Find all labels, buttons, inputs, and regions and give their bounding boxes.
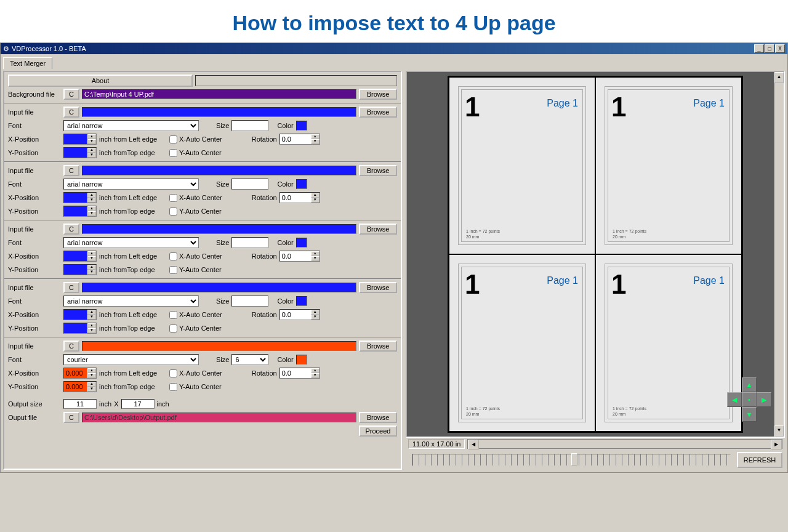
- preview-hscroll[interactable]: [467, 439, 782, 449]
- input-browse-button-1[interactable]: Browse: [359, 165, 397, 176]
- size-select-3[interactable]: [231, 296, 268, 307]
- output-file-input[interactable]: [82, 413, 356, 422]
- font-select-1[interactable]: arial narrow: [63, 179, 199, 190]
- input-clear-button-4[interactable]: C: [63, 341, 79, 352]
- output-browse-button[interactable]: Browse: [359, 412, 397, 423]
- ypos-input-1[interactable]: [64, 206, 87, 216]
- x-auto-checkbox-4[interactable]: X-Auto Center: [169, 369, 222, 377]
- xpos-input-2[interactable]: [64, 251, 87, 261]
- rot-up-1[interactable]: ▲: [311, 193, 320, 198]
- ypos-up-3[interactable]: ▲: [87, 323, 96, 328]
- zoom-slider[interactable]: [412, 454, 731, 466]
- input-file-input-1[interactable]: [82, 166, 356, 175]
- rot-up-4[interactable]: ▲: [311, 368, 320, 373]
- nav-up-button[interactable]: ▲: [742, 377, 757, 392]
- refresh-button[interactable]: REFRESH: [737, 452, 782, 468]
- input-clear-button-0[interactable]: C: [63, 107, 79, 118]
- font-select-0[interactable]: arial narrow: [63, 120, 199, 131]
- rotation-input-4[interactable]: [280, 368, 311, 378]
- xpos-up-1[interactable]: ▲: [87, 193, 96, 198]
- background-browse-button[interactable]: Browse: [359, 89, 397, 100]
- output-clear-button[interactable]: C: [63, 412, 79, 423]
- xpos-down-2[interactable]: ▼: [87, 256, 96, 261]
- xpos-down-3[interactable]: ▼: [87, 315, 96, 320]
- color-swatch-0[interactable]: [296, 121, 307, 131]
- color-swatch-2[interactable]: [296, 238, 307, 248]
- rotation-input-0[interactable]: [280, 134, 311, 144]
- minimize-button[interactable]: _: [754, 44, 764, 53]
- ypos-input-0[interactable]: [64, 148, 87, 158]
- xpos-input-1[interactable]: [64, 193, 87, 203]
- size-select-0[interactable]: [231, 120, 268, 131]
- background-file-input[interactable]: [82, 89, 356, 99]
- ypos-input-3[interactable]: [64, 323, 87, 333]
- close-button[interactable]: X: [775, 44, 785, 53]
- xpos-input-0[interactable]: [64, 134, 87, 144]
- tab-text-merger[interactable]: Text Merger: [3, 57, 52, 69]
- input-clear-button-3[interactable]: C: [63, 282, 79, 293]
- rotation-input-2[interactable]: [280, 251, 311, 261]
- y-auto-checkbox-4[interactable]: Y-Auto Center: [169, 383, 222, 391]
- input-browse-button-2[interactable]: Browse: [359, 224, 397, 235]
- rot-down-2[interactable]: ▼: [311, 256, 320, 261]
- rot-down-1[interactable]: ▼: [311, 198, 320, 203]
- xpos-up-3[interactable]: ▲: [87, 310, 96, 315]
- rotation-input-3[interactable]: [280, 310, 311, 320]
- ypos-up-0[interactable]: ▲: [87, 148, 96, 153]
- rot-up-3[interactable]: ▲: [311, 310, 320, 315]
- x-auto-checkbox-2[interactable]: X-Auto Center: [169, 252, 222, 260]
- rot-down-4[interactable]: ▼: [311, 373, 320, 378]
- size-select-4[interactable]: 6: [231, 354, 268, 365]
- input-clear-button-1[interactable]: C: [63, 165, 79, 176]
- input-file-input-3[interactable]: [82, 283, 356, 292]
- input-browse-button-0[interactable]: Browse: [359, 107, 397, 118]
- output-width-input[interactable]: [63, 399, 97, 409]
- input-browse-button-3[interactable]: Browse: [359, 282, 397, 293]
- x-auto-checkbox-0[interactable]: X-Auto Center: [169, 135, 222, 143]
- ypos-down-3[interactable]: ▼: [87, 328, 96, 333]
- size-select-1[interactable]: [231, 179, 268, 190]
- ypos-input-2[interactable]: [64, 265, 87, 275]
- output-height-input[interactable]: [121, 399, 155, 409]
- font-select-2[interactable]: arial narrow: [63, 237, 199, 248]
- xpos-down-0[interactable]: ▼: [87, 139, 96, 144]
- input-clear-button-2[interactable]: C: [63, 224, 79, 235]
- xpos-input-4[interactable]: [64, 368, 87, 378]
- xpos-up-2[interactable]: ▲: [87, 251, 96, 256]
- preview-vscroll[interactable]: [774, 72, 784, 437]
- ypos-down-0[interactable]: ▼: [87, 153, 96, 158]
- ypos-up-2[interactable]: ▲: [87, 265, 96, 270]
- rot-up-0[interactable]: ▲: [311, 134, 320, 139]
- xpos-down-1[interactable]: ▼: [87, 198, 96, 203]
- proceed-button[interactable]: Proceed: [359, 425, 397, 437]
- y-auto-checkbox-1[interactable]: Y-Auto Center: [169, 208, 222, 216]
- ypos-up-1[interactable]: ▲: [87, 206, 96, 211]
- xpos-up-4[interactable]: ▲: [87, 368, 96, 373]
- input-file-input-2[interactable]: [82, 224, 356, 234]
- nav-left-button[interactable]: ◀: [727, 392, 742, 407]
- color-swatch-1[interactable]: [296, 179, 307, 189]
- font-select-3[interactable]: arial narrow: [63, 296, 199, 307]
- ypos-down-1[interactable]: ▼: [87, 211, 96, 216]
- background-clear-button[interactable]: C: [63, 89, 79, 100]
- ypos-up-4[interactable]: ▲: [87, 382, 96, 387]
- input-browse-button-4[interactable]: Browse: [359, 341, 397, 352]
- xpos-input-3[interactable]: [64, 310, 87, 320]
- x-auto-checkbox-3[interactable]: X-Auto Center: [169, 311, 222, 319]
- rotation-input-1[interactable]: [280, 193, 311, 203]
- y-auto-checkbox-0[interactable]: Y-Auto Center: [169, 149, 222, 157]
- y-auto-checkbox-2[interactable]: Y-Auto Center: [169, 266, 222, 274]
- nav-center-button[interactable]: •: [742, 392, 757, 407]
- y-auto-checkbox-3[interactable]: Y-Auto Center: [169, 324, 222, 332]
- ypos-down-2[interactable]: ▼: [87, 270, 96, 275]
- about-button[interactable]: About: [8, 75, 193, 87]
- ypos-input-4[interactable]: [64, 382, 87, 392]
- rot-down-0[interactable]: ▼: [311, 139, 320, 144]
- input-file-input-0[interactable]: [82, 107, 356, 117]
- font-select-4[interactable]: courier: [63, 354, 199, 365]
- xpos-up-0[interactable]: ▲: [87, 134, 96, 139]
- color-swatch-3[interactable]: [296, 296, 307, 306]
- rot-up-2[interactable]: ▲: [311, 251, 320, 256]
- rot-down-3[interactable]: ▼: [311, 315, 320, 320]
- nav-down-button[interactable]: ▼: [742, 407, 757, 422]
